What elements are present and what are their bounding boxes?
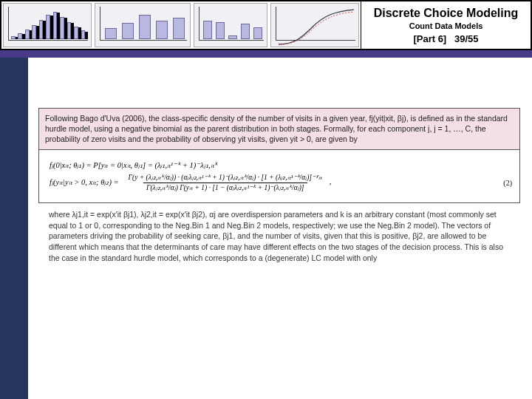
intro-box: Following Bago d'Uva (2006), the class-s… <box>38 108 520 150</box>
eq-number: (2) <box>503 178 512 188</box>
thumb-chart-4 <box>270 3 359 47</box>
purple-stripe <box>0 50 532 58</box>
thumb-chart-2 <box>95 3 191 47</box>
intro-text: Following Bago d'Uva (2006), the class-s… <box>45 114 508 143</box>
eq2-denominator: Γ(λⱼ₂,ᵢₜᵏ/αⱼ) Γ(yᵢₜ + 1) · [1 − (αⱼλⱼ₂,ᵢ… <box>143 183 307 192</box>
title-block: Discrete Choice Modeling Count Data Mode… <box>361 1 531 49</box>
sigmoid-curve-icon <box>279 8 354 46</box>
eq2-fraction: Γ(y + (λⱼ₂,ᵢₜᵏ/αⱼ)) · (αⱼλⱼ₂,ᵢₜ¹⁻ᵏ + 1)⁻… <box>126 173 325 192</box>
thumb-chart-1 <box>3 3 92 47</box>
eq1: fⱼ(0|xᵢₜ; θⱼ₁) = P[yᵢₜ = 0|xᵢₜ, θⱼ₁] = (… <box>50 160 512 171</box>
slide-subtitle: Count Data Models <box>409 21 483 30</box>
followup-text: where λj1,it = exp(x′it βj1), λj2,it = e… <box>49 210 503 262</box>
eq2-tail: , <box>330 177 332 185</box>
part-label: [Part 6] <box>413 33 446 44</box>
slide-body: Following Bago d'Uva (2006), the class-s… <box>28 58 532 399</box>
slide-title: Discrete Choice Modeling <box>374 7 519 20</box>
header-bar: Discrete Choice Modeling Count Data Mode… <box>0 0 532 50</box>
followup-para: where λj1,it = exp(x′it βj1), λj2,it = e… <box>38 203 520 266</box>
navy-sidebar <box>0 58 28 399</box>
equation-1: fⱼ(0|xᵢₜ; θⱼ₁) = P[yᵢₜ = 0|xᵢₜ, θⱼ₁] = (… <box>50 160 512 171</box>
slide-part: [Part 6] 39/55 <box>413 33 478 44</box>
eq2-rhs: Γ(y + (λⱼ₂,ᵢₜᵏ/αⱼ)) · (αⱼλⱼ₂,ᵢₜ¹⁻ᵏ + 1)⁻… <box>123 173 498 192</box>
eq2-numerator: Γ(y + (λⱼ₂,ᵢₜᵏ/αⱼ)) · (αⱼλⱼ₂,ᵢₜ¹⁻ᵏ + 1)⁻… <box>126 173 325 182</box>
header-charts <box>1 1 361 49</box>
equation-2: fⱼ(yᵢₜ|yᵢₜ > 0, xᵢₜ; θⱼ₂) = Γ(y + (λⱼ₂,ᵢ… <box>50 173 512 192</box>
equation-block: fⱼ(0|xᵢₜ; θⱼ₁) = P[yᵢₜ = 0|xᵢₜ, θⱼ₁] = (… <box>38 150 520 203</box>
eq2-lhs: fⱼ(yᵢₜ|yᵢₜ > 0, xᵢₜ; θⱼ₂) = <box>50 177 119 188</box>
page-number: 39/55 <box>454 33 479 44</box>
thumb-chart-3 <box>194 3 267 47</box>
